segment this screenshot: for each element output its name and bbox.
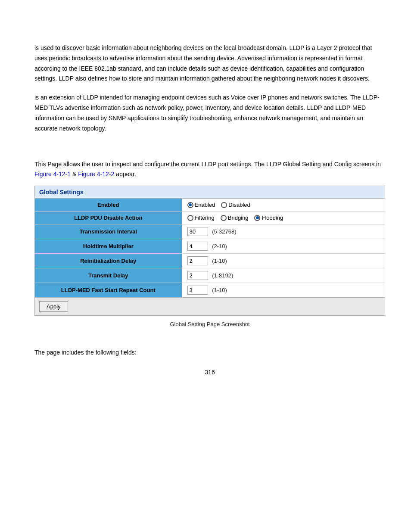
page-number: 316 xyxy=(34,369,385,376)
label-reinit: Reinitialization Delay xyxy=(35,254,182,268)
enabled-radio-group: Enabled Disabled xyxy=(187,202,380,208)
table-row-transmit-delay: Transmit Delay (1-8192) xyxy=(35,268,385,283)
value-holdtime: (2-10) xyxy=(182,239,385,254)
input-transmit-delay[interactable] xyxy=(187,271,208,280)
intro-paragraph-1: is used to discover basic information ab… xyxy=(34,43,385,84)
value-transmission: (5-32768) xyxy=(182,224,385,239)
table-row-reinit: Reinitialization Delay (1-10) xyxy=(35,254,385,268)
radio-dot-bridging xyxy=(221,215,227,221)
range-holdtime: (2-10) xyxy=(212,243,227,249)
global-settings-box: Global Settings Enabled Enabled xyxy=(34,186,385,316)
radio-filtering[interactable]: Filtering xyxy=(187,215,215,221)
page-content: is used to discover basic information ab… xyxy=(34,17,385,376)
radio-dot-filtering xyxy=(187,215,193,221)
fields-note: The page includes the following fields: xyxy=(34,349,385,356)
settings-table: Enabled Enabled Disabled xyxy=(35,199,385,297)
label-transmit-delay: Transmit Delay xyxy=(35,268,182,283)
table-row-med-fast: LLDP-MED Fast Start Repeat Count (1-10) xyxy=(35,283,385,298)
figure-link-1[interactable]: Figure 4-12-1 xyxy=(34,171,71,177)
range-reinit: (1-10) xyxy=(212,258,227,264)
label-enabled: Enabled xyxy=(35,199,182,212)
radio-dot-disabled xyxy=(221,202,227,208)
apply-area: Apply xyxy=(35,297,385,315)
label-transmission: Transmission Interval xyxy=(35,224,182,239)
radio-disabled[interactable]: Disabled xyxy=(221,202,250,208)
input-med-fast[interactable] xyxy=(187,286,208,295)
radio-enabled[interactable]: Enabled xyxy=(187,202,215,208)
radio-dot-enabled xyxy=(187,202,193,208)
label-holdtime: Holdtime Multiplier xyxy=(35,239,182,254)
figure-caption: Global Setting Page Screenshot xyxy=(34,321,385,327)
table-row-holdtime: Holdtime Multiplier (2-10) xyxy=(35,239,385,254)
label-lldp-pdu: LLDP PDU Disable Action xyxy=(35,212,182,224)
value-lldp-pdu: Filtering Bridging Flooding xyxy=(182,212,385,224)
label-med-fast: LLDP-MED Fast Start Repeat Count xyxy=(35,283,182,298)
radio-bridging[interactable]: Bridging xyxy=(221,215,249,221)
intro-paragraph-2: is an extension of LLDP intended for man… xyxy=(34,93,385,134)
value-enabled: Enabled Disabled xyxy=(182,199,385,212)
input-holdtime[interactable] xyxy=(187,242,208,251)
table-row-enabled: Enabled Enabled Disabled xyxy=(35,199,385,212)
input-transmission[interactable] xyxy=(187,227,208,236)
pdu-radio-group: Filtering Bridging Flooding xyxy=(187,215,380,221)
value-reinit: (1-10) xyxy=(182,254,385,268)
radio-flooding[interactable]: Flooding xyxy=(254,215,283,221)
table-row-lldp-pdu: LLDP PDU Disable Action Filtering Bridgi… xyxy=(35,212,385,224)
settings-title: Global Settings xyxy=(35,186,385,199)
range-transmission: (5-32768) xyxy=(212,228,236,235)
range-transmit-delay: (1-8192) xyxy=(212,272,233,279)
figure-link-2[interactable]: Figure 4-12-2 xyxy=(78,171,114,177)
table-row-transmission: Transmission Interval (5-32768) xyxy=(35,224,385,239)
section-description: This Page allows the user to inspect and… xyxy=(34,159,385,179)
range-med-fast: (1-10) xyxy=(212,287,227,293)
value-med-fast: (1-10) xyxy=(182,283,385,298)
input-reinit[interactable] xyxy=(187,256,208,265)
apply-button[interactable]: Apply xyxy=(39,301,68,312)
radio-dot-flooding xyxy=(254,215,260,221)
value-transmit-delay: (1-8192) xyxy=(182,268,385,283)
